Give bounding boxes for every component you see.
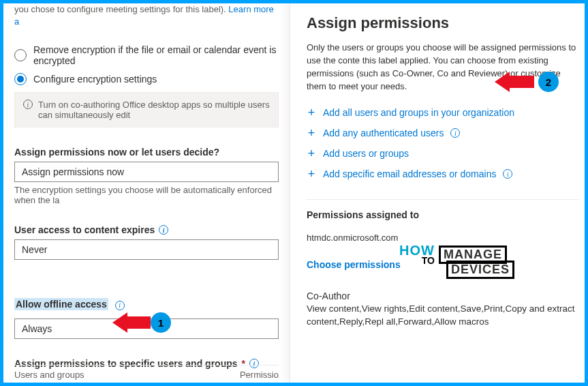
add-users-groups-link[interactable]: + Add users or groups bbox=[307, 143, 579, 164]
expires-label: User access to content expires i bbox=[14, 224, 279, 235]
footer-permissions: Permissio bbox=[240, 370, 279, 380]
offline-select[interactable] bbox=[14, 318, 279, 339]
plus-icon: + bbox=[307, 127, 316, 139]
radio-remove-encryption[interactable]: Remove encryption if the file or email o… bbox=[14, 44, 279, 66]
offline-label: Allow offline access bbox=[14, 298, 108, 310]
assign-permissions-link[interactable]: Assign permissions bbox=[14, 381, 97, 383]
assign-now-label: Assign permissions now or let users deci… bbox=[14, 147, 279, 158]
plus-icon: + bbox=[307, 106, 316, 119]
radio-configure-encryption[interactable]: Configure encryption settings bbox=[14, 73, 279, 85]
choose-permissions-link[interactable]: Choose permissions bbox=[307, 259, 401, 270]
radio-unchecked-icon bbox=[14, 49, 27, 61]
add-all-users-link[interactable]: + Add all users and groups in your organ… bbox=[307, 102, 579, 123]
panel-description: Only the users or groups you choose will… bbox=[307, 42, 579, 93]
footer-users-groups[interactable]: Users and groups bbox=[14, 370, 84, 380]
info-icon[interactable]: i bbox=[115, 301, 125, 310]
intro-text: you chose to configure meeting settings … bbox=[14, 4, 226, 14]
info-icon[interactable]: i bbox=[159, 225, 168, 235]
radio-configure-label: Configure encryption settings bbox=[33, 74, 157, 85]
add-email-domains-link[interactable]: + Add specific email addresses or domain… bbox=[307, 164, 579, 184]
permissions-assigned-heading: Permissions assigned to bbox=[307, 209, 579, 220]
info-icon: i bbox=[23, 100, 33, 109]
expires-select[interactable] bbox=[14, 239, 279, 260]
coauthoring-text: Turn on co-authoring Office desktop apps… bbox=[38, 100, 270, 120]
watermark-logo: HOW TO MANAGE bbox=[399, 244, 507, 265]
info-icon[interactable]: i bbox=[503, 169, 512, 179]
plus-icon: + bbox=[307, 147, 316, 160]
info-icon[interactable]: i bbox=[450, 128, 460, 138]
divider bbox=[307, 199, 579, 200]
radio-remove-label: Remove encryption if the file or email o… bbox=[33, 44, 279, 66]
permissions-target: htmdc.onmicrosoft.com bbox=[307, 233, 579, 243]
watermark-logo-2: DEVICES bbox=[446, 261, 514, 279]
radio-checked-icon bbox=[14, 73, 27, 85]
panel-title: Assign permissions bbox=[307, 14, 579, 32]
coauthoring-info: i Turn on co-authoring Office desktop ap… bbox=[14, 92, 279, 128]
permission-role: Co-Author bbox=[307, 291, 579, 301]
plus-icon: + bbox=[307, 168, 316, 180]
assign-now-select[interactable] bbox=[14, 162, 279, 182]
assign-now-helper: The encryption settings you choose will … bbox=[14, 185, 279, 205]
permission-details: View content,View rights,Edit content,Sa… bbox=[307, 303, 579, 327]
add-authenticated-users-link[interactable]: + Add any authenticated users i bbox=[307, 123, 579, 143]
